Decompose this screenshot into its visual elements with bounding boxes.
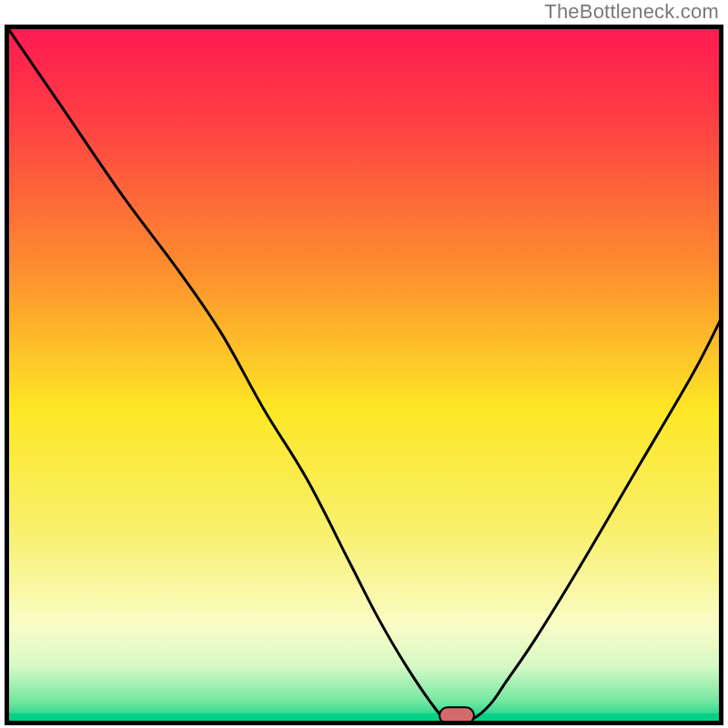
- gradient-background: [7, 27, 721, 723]
- chart-container: TheBottleneck.com: [0, 0, 728, 728]
- watermark-label: TheBottleneck.com: [544, 0, 719, 24]
- bottleneck-chart: [5, 25, 723, 725]
- chart-frame: [5, 25, 723, 725]
